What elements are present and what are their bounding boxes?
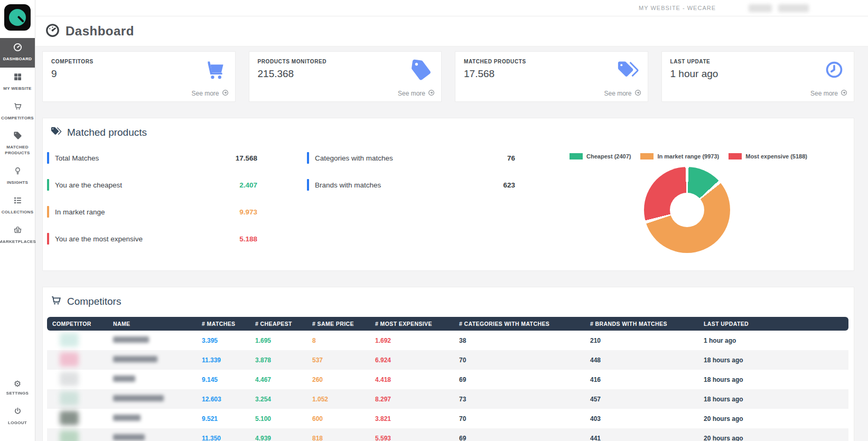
stat-color-bar	[47, 179, 49, 191]
sidebar-item-dashboard[interactable]: DASHBOARD	[0, 38, 35, 68]
column-header: # CATEGORIES WITH MATCHES	[454, 317, 585, 331]
cheapest-cell: 4.939	[250, 428, 307, 441]
stat-color-bar	[307, 152, 309, 164]
arrow-circle-right-icon	[428, 89, 435, 98]
list-icon	[13, 196, 22, 207]
competitors-table-head: COMPETITORNAME# MATCHES# CHEAPEST# SAME …	[47, 317, 848, 331]
sidebar-item-settings[interactable]: ⚙ SETTINGS	[0, 374, 35, 402]
column-header: # BRANDS WITH MATCHES	[585, 317, 698, 331]
legend-label: In market range (9973)	[657, 153, 719, 159]
same-price-cell: 600	[307, 409, 370, 428]
see-more-link[interactable]: See more	[191, 89, 228, 98]
sidebar-item-label: MARKETPLACES	[0, 239, 36, 245]
competitor-logo-redacted	[60, 411, 79, 425]
stat-brands-with-matches: Brands with matches 623	[307, 179, 515, 191]
user-menu-redacted[interactable]	[749, 4, 772, 12]
sidebar-item-my-website[interactable]: MY WEBSITE	[0, 68, 35, 97]
stat-value: 5.188	[239, 235, 257, 243]
competitor-name-cell	[108, 370, 197, 389]
competitor-logo-redacted	[60, 372, 79, 386]
sidebar-item-competitors[interactable]: COMPETITORS	[0, 97, 35, 127]
matches-cell: 11.350	[197, 428, 250, 441]
column-header: # MATCHES	[197, 317, 250, 331]
lightbulb-icon	[13, 166, 22, 177]
table-row: 3.3951.69581.692382101 hour ago	[47, 331, 848, 350]
see-more-link[interactable]: See more	[810, 89, 847, 98]
sidebar-item-marketplaces[interactable]: MARKETPLACES	[0, 221, 35, 250]
stat-card-label: MATCHED PRODUCTS	[464, 59, 639, 64]
competitor-name-link-redacted[interactable]	[113, 336, 149, 343]
page-header: Dashboard	[35, 16, 868, 46]
same-price-cell: 8	[307, 331, 370, 350]
donut-chart[interactable]	[644, 167, 730, 253]
tag-icon	[409, 59, 433, 84]
competitor-name-link-redacted[interactable]	[113, 356, 157, 362]
topbar: MY WEBSITE - WECARE	[35, 0, 868, 16]
account-menu-redacted[interactable]	[778, 4, 809, 12]
column-header: LAST UPDATED	[698, 317, 848, 331]
last-updated-cell: 20 hours ago	[698, 428, 848, 441]
matches-cell: 11.339	[197, 350, 250, 370]
arrow-circle-right-icon	[841, 89, 847, 98]
most-expensive-cell: 4.418	[370, 370, 454, 389]
stat-value: 623	[503, 181, 515, 189]
legend-swatch	[640, 153, 654, 159]
sidebar-item-collections[interactable]: COLLECTIONS	[0, 191, 35, 221]
sidebar-item-label: INSIGHTS	[7, 180, 28, 186]
tags-icon	[50, 126, 62, 139]
stat-value: 2.407	[239, 181, 257, 189]
stat-label: You are the cheapest	[55, 181, 122, 189]
sidebar-item-matched-products[interactable]: MATCHED PRODUCTS	[0, 126, 35, 162]
cheapest-cell: 4.467	[250, 370, 307, 389]
competitor-name-cell	[108, 350, 197, 370]
tag-icon	[13, 131, 22, 142]
competitor-name-cell	[108, 428, 197, 441]
cart-icon	[13, 102, 22, 113]
stat-card-value: 9	[51, 68, 227, 80]
stat-color-bar	[47, 152, 49, 164]
competitor-logo-cell	[47, 370, 108, 389]
sidebar-item-label: LOGOUT	[8, 420, 27, 426]
categories-cell: 38	[454, 331, 585, 350]
sidebar-item-label: MATCHED PRODUCTS	[1, 145, 34, 156]
see-more-link[interactable]: See more	[604, 89, 641, 98]
matches-cell: 9.145	[197, 370, 250, 389]
table-row: 9.1454.4672604.4186941618 hours ago	[47, 370, 848, 389]
categories-cell: 70	[454, 409, 585, 428]
competitor-name-link-redacted[interactable]	[113, 415, 141, 421]
sidebar-item-logout[interactable]: LOGOUT	[0, 402, 35, 431]
stat-card-value: 215.368	[258, 68, 433, 80]
arrow-circle-right-icon	[634, 89, 641, 98]
arrow-circle-right-icon	[222, 89, 229, 98]
active-website-label: MY WEBSITE - WECARE	[639, 5, 716, 11]
sidebar-item-insights[interactable]: INSIGHTS	[0, 162, 35, 191]
sidebar: DASHBOARD MY WEBSITE COMPETITORS MATCHED…	[0, 0, 35, 441]
sidebar-item-label: COMPETITORS	[1, 116, 34, 121]
stat-cards-row: COMPETITORS 9 See more PRODUCTS MONITORE…	[42, 51, 854, 102]
cheapest-cell: 3.254	[250, 389, 307, 409]
panel-title: Competitors	[67, 296, 121, 307]
competitors-table-body: 3.3951.69581.692382101 hour ago11.3393.8…	[47, 331, 848, 441]
categories-cell: 69	[454, 370, 585, 389]
see-more-link[interactable]: See more	[398, 89, 435, 98]
sidebar-item-label: COLLECTIONS	[2, 210, 34, 215]
stat-label: Brands with matches	[315, 181, 381, 189]
competitor-name-link-redacted[interactable]	[113, 376, 135, 382]
tags-icon	[616, 59, 639, 84]
column-header: # CHEAPEST	[250, 317, 307, 331]
competitor-logo-cell	[47, 350, 108, 370]
stat-most-expensive: You are the most expensive 5.188	[47, 233, 257, 245]
competitor-name-link-redacted[interactable]	[113, 395, 164, 401]
column-header: NAME	[108, 317, 197, 331]
app-logo[interactable]	[4, 4, 31, 31]
brands-cell: 210	[585, 331, 698, 350]
chart-legend: Cheapest (2407) In market range (9973) M…	[515, 153, 844, 159]
most-expensive-cell: 6.924	[370, 350, 454, 370]
last-updated-cell: 18 hours ago	[698, 370, 848, 389]
dashboard-gauge-icon	[13, 43, 22, 54]
legend-label: Cheapest (2407)	[586, 153, 631, 159]
stat-value: 76	[507, 154, 515, 162]
stat-value: 9.973	[239, 208, 257, 216]
competitor-name-link-redacted[interactable]	[113, 434, 145, 440]
matched-stats-column-1: Total Matches 17.568 You are the cheapes…	[47, 152, 257, 260]
